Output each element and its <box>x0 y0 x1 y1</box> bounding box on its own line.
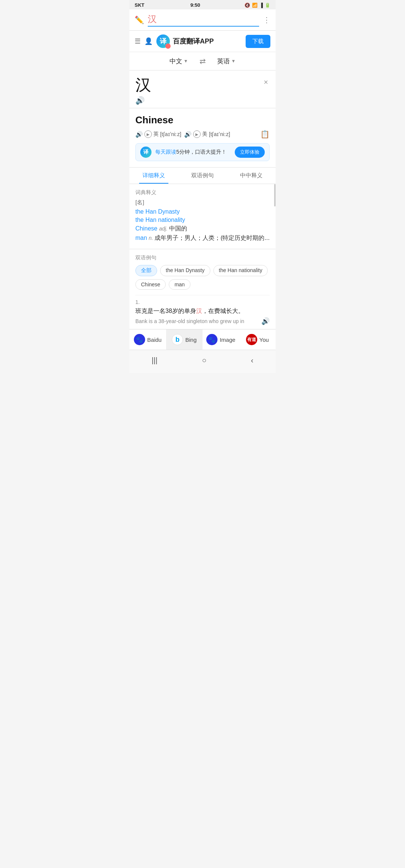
scroll-indicator <box>274 184 276 207</box>
translation-input-area: 汉 × 🔊 <box>129 70 276 108</box>
filter-man[interactable]: man <box>169 279 190 290</box>
search-text[interactable]: 汉 <box>148 13 259 27</box>
source-language-selector[interactable]: 中文 ▼ <box>170 57 188 66</box>
source-lang-label: 中文 <box>170 57 182 66</box>
status-bar: SKT 9:50 🔇 📶 ▐ 🔋 <box>129 0 276 9</box>
dict-cn-2: 中国的 <box>169 225 187 232</box>
dict-cn-3: 成年男子；男人；人类；(特定历史时期的... <box>154 235 270 241</box>
dict-entry-3: man n. 成年男子；男人；人类；(特定历史时期的... <box>135 234 270 242</box>
baidu-logo: 🐾 <box>134 334 145 345</box>
pos-tag: [名] <box>135 199 270 206</box>
youdao-label: You <box>260 337 269 343</box>
us-pronunciation: 🔊 ▶ 美 [tʃaɪˈniːz] <box>184 130 230 138</box>
baidu-label: Baidu <box>147 337 162 343</box>
practice-text-normal: 5分钟，口语大提升！ <box>176 149 226 155</box>
signal-icon: ▐ <box>260 3 263 8</box>
result-area: Chinese 🔊 ▶ 英 [tʃaɪˈniːz] 🔊 ▶ 美 [tʃaɪˈni… <box>129 108 276 168</box>
dict-en-1[interactable]: the Han nationality <box>135 217 185 223</box>
us-play-button[interactable]: ▶ <box>193 130 201 138</box>
practice-banner: 译 每天跟读5分钟，口语大提升！ 立即体验 <box>135 143 270 161</box>
example-en-0: Bank is a 38-year-old singleton who grew… <box>135 317 258 325</box>
examples-section-title: 双语例句 <box>135 254 270 261</box>
dict-pos-3: n. <box>149 235 155 241</box>
image-label: Image <box>220 337 236 343</box>
clear-input-button[interactable]: × <box>262 76 270 88</box>
filter-tags: 全部 the Han Dynasty the Han nationality C… <box>135 265 270 290</box>
copy-result-button[interactable]: 📋 <box>260 130 270 139</box>
uk-label: 英 <box>153 131 159 138</box>
swap-language-icon[interactable]: ⇄ <box>200 57 206 66</box>
bing-label: Bing <box>185 337 196 343</box>
brand-section: 译 百度翻译APP <box>156 34 242 48</box>
example-en-row-0: Bank is a 38-year-old singleton who grew… <box>135 317 270 325</box>
dict-entry-1: the Han nationality <box>135 217 270 223</box>
language-selector: 中文 ▼ ⇄ 英语 ▼ <box>129 52 276 70</box>
filter-han-nationality[interactable]: the Han nationality <box>213 265 268 276</box>
us-label: 美 <box>202 131 207 138</box>
uk-play-button[interactable]: ▶ <box>144 130 152 138</box>
pronunciation-row: 🔊 ▶ 英 [tʃaɪˈniːz] 🔊 ▶ 美 [tʃaɪˈniːz] 📋 <box>135 130 270 139</box>
more-options-icon[interactable]: ⋮ <box>263 15 270 24</box>
example-cn-before: 班克是一名38岁的单身 <box>135 308 196 314</box>
example-cn-highlight: 汉 <box>196 308 202 314</box>
tab-detail[interactable]: 详细释义 <box>129 168 178 184</box>
brand-name: 百度翻译APP <box>173 37 214 46</box>
example-sound-button-0[interactable]: 🔊 <box>261 317 270 325</box>
dict-entry-0: the Han Dynasty <box>135 208 270 215</box>
uk-phonetic: [tʃaɪˈniːz] <box>160 131 181 137</box>
tab-image[interactable]: 🐾 Image <box>202 329 239 350</box>
uk-sound-icon[interactable]: 🔊 <box>135 131 143 138</box>
tab-bilingual[interactable]: 双语例句 <box>178 168 227 184</box>
example-cn-0: 班克是一名38岁的单身汉，在费城长大。 <box>135 307 270 316</box>
input-sound-button[interactable]: 🔊 <box>135 96 270 105</box>
download-button[interactable]: 下载 <box>246 35 270 48</box>
dict-entry-2: Chinese adj. 中国的 <box>135 225 270 233</box>
filter-chinese[interactable]: Chinese <box>135 279 166 290</box>
back-button[interactable]: ‹ <box>243 354 261 367</box>
dict-en-0[interactable]: the Han Dynasty <box>135 208 180 215</box>
edit-icon[interactable]: ✏️ <box>135 15 144 24</box>
user-icon[interactable]: 👤 <box>144 37 153 45</box>
example-num-0: 1. <box>135 299 270 305</box>
image-logo: 🐾 <box>206 334 218 345</box>
ad-banner: ☰ 👤 译 百度翻译APP 下载 <box>129 31 276 52</box>
tab-bing[interactable]: b Bing <box>166 329 203 350</box>
example-item-0: 1. 班克是一名38岁的单身汉，在费城长大。 Bank is a 38-year… <box>135 295 270 329</box>
hamburger-icon[interactable]: ☰ <box>135 37 141 45</box>
target-lang-chevron: ▼ <box>231 58 236 64</box>
tab-youdao[interactable]: 有道 You <box>239 329 276 350</box>
us-sound-icon[interactable]: 🔊 <box>184 131 192 138</box>
recent-apps-button[interactable]: ||| <box>144 354 165 367</box>
dictionary-content: 词典释义 [名] the Han Dynasty the Han nationa… <box>129 184 276 249</box>
search-bar: ✏️ 汉 ⋮ <box>129 9 276 31</box>
examples-section: 双语例句 全部 the Han Dynasty the Han national… <box>129 249 276 329</box>
bottom-tabs: 🐾 Baidu b Bing 🐾 Image 有道 You <box>129 329 276 350</box>
status-time: 9:50 <box>190 2 200 8</box>
tab-zhzh[interactable]: 中中释义 <box>227 168 276 184</box>
practice-button[interactable]: 立即体验 <box>235 147 265 158</box>
filter-han-dynasty[interactable]: the Han Dynasty <box>160 265 210 276</box>
input-top-row: 汉 × <box>135 76 270 94</box>
home-button[interactable]: ○ <box>194 354 214 367</box>
dict-en-3[interactable]: man <box>135 235 147 241</box>
us-phonetic: [tʃaɪˈniːz] <box>209 131 230 137</box>
tab-baidu[interactable]: 🐾 Baidu <box>129 329 166 350</box>
example-cn-after: ，在费城长大。 <box>202 308 244 314</box>
wifi-icon: 📶 <box>252 3 258 8</box>
mute-icon: 🔇 <box>244 3 250 8</box>
practice-text: 每天跟读5分钟，口语大提升！ <box>155 149 231 156</box>
dict-en-2[interactable]: Chinese <box>135 225 158 232</box>
system-nav: ||| ○ ‹ <box>129 350 276 373</box>
uk-pronunciation: 🔊 ▶ 英 [tʃaɪˈniːz] <box>135 130 181 138</box>
filter-all[interactable]: 全部 <box>135 265 157 276</box>
tabs-bar: 详细释义 双语例句 中中释义 <box>129 168 276 184</box>
dict-pos-2: adj. <box>159 226 169 232</box>
practice-logo: 译 <box>140 147 152 158</box>
dict-section-title: 词典释义 <box>135 189 270 196</box>
practice-highlight: 每天跟读 <box>155 149 176 155</box>
translation-result: Chinese <box>135 114 270 126</box>
input-character[interactable]: 汉 <box>135 76 151 94</box>
battery-icon: 🔋 <box>265 3 270 8</box>
target-lang-label: 英语 <box>217 57 230 66</box>
target-language-selector[interactable]: 英语 ▼ <box>217 57 236 66</box>
